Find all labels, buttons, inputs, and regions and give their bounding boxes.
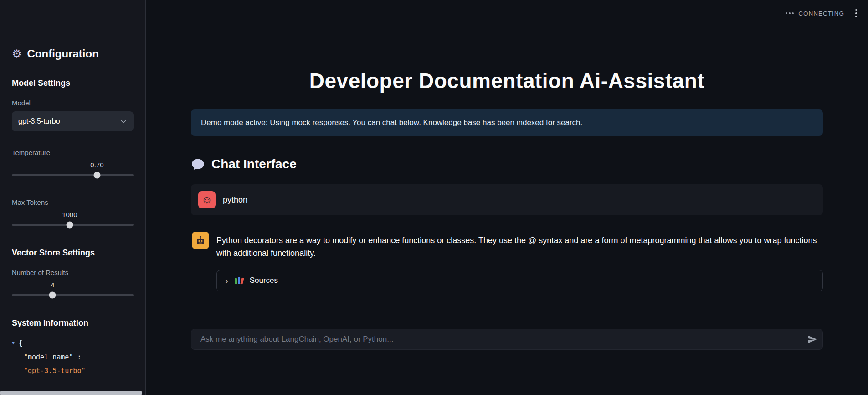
chat-interface-heading-text: Chat Interface	[211, 157, 297, 172]
max-tokens-slider-thumb[interactable]	[66, 222, 73, 229]
configuration-header: ⚙ Configuration	[12, 47, 134, 60]
max-tokens-slider-track[interactable]	[12, 224, 134, 226]
speech-bubble-icon	[191, 158, 205, 171]
chat-message-assistant: Python decorators are a way to modify or…	[191, 232, 823, 260]
sidebar: ⚙ Configuration Model Settings Model gpt…	[0, 0, 146, 395]
json-collapse-icon[interactable]: ▼	[12, 340, 15, 345]
json-open-brace: {	[18, 339, 23, 347]
gear-icon: ⚙	[12, 48, 22, 59]
chat-interface-heading: Chat Interface	[191, 157, 823, 172]
configuration-title: Configuration	[27, 47, 99, 60]
expander-chevron-icon: ›	[225, 276, 228, 285]
model-settings-heading: Model Settings	[12, 78, 134, 88]
json-value-model-name: "gpt-3.5-turbo"	[24, 367, 134, 375]
temperature-label: Temperature	[12, 149, 134, 156]
chevron-down-icon	[120, 118, 127, 125]
main-area: CONNECTING Developer Documentation Ai-As…	[146, 0, 868, 395]
send-icon	[807, 334, 817, 344]
chat-message-user: ☺ python	[191, 184, 823, 215]
model-select-value: gpt-3.5-turbo	[18, 117, 60, 125]
num-results-slider-thumb[interactable]	[49, 292, 56, 299]
robot-icon	[195, 235, 206, 246]
max-tokens-label: Max Tokens	[12, 198, 134, 206]
temperature-slider-thumb[interactable]	[93, 172, 100, 179]
num-results-slider-track[interactable]	[12, 294, 134, 296]
content-column: Developer Documentation Ai-Assistant Dem…	[191, 0, 823, 350]
demo-mode-info-banner: Demo mode active: Using mock responses. …	[191, 109, 823, 136]
sources-expander-label: Sources	[250, 276, 278, 285]
sources-expander[interactable]: › Sources	[216, 270, 823, 291]
max-tokens-slider: 1000	[12, 211, 134, 230]
num-results-label: Number of Results	[12, 269, 134, 276]
system-info-heading: System Information	[12, 318, 134, 328]
model-label: Model	[12, 99, 134, 107]
books-icon	[235, 277, 243, 284]
assistant-avatar	[192, 232, 209, 249]
running-dots-icon	[786, 12, 794, 14]
max-tokens-value: 1000	[62, 211, 77, 218]
topbar: CONNECTING	[786, 7, 859, 19]
user-face-icon: ☺	[201, 194, 213, 205]
chat-input-row	[191, 329, 823, 350]
app-window: ⚙ Configuration Model Settings Model gpt…	[0, 0, 868, 395]
temperature-slider-track[interactable]	[12, 174, 134, 176]
main-menu-kebab-icon[interactable]	[853, 7, 859, 19]
user-message-text: python	[223, 191, 247, 207]
user-avatar: ☺	[198, 191, 216, 208]
system-info-json: ▼ { "model_name" : "gpt-3.5-turbo"	[12, 339, 134, 375]
model-select[interactable]: gpt-3.5-turbo	[12, 111, 134, 131]
num-results-slider: 4	[12, 281, 134, 300]
json-key-model-name: "model_name" :	[24, 353, 134, 361]
assistant-message-text: Python decorators are a way to modify or…	[216, 232, 822, 260]
temperature-slider: 0.70	[12, 161, 134, 180]
num-results-value: 4	[51, 281, 54, 289]
connection-status-text: CONNECTING	[798, 10, 844, 17]
page-title: Developer Documentation Ai-Assistant	[191, 68, 823, 93]
send-button[interactable]	[807, 334, 817, 344]
sidebar-scrollbar[interactable]	[0, 391, 142, 395]
chat-input[interactable]	[191, 329, 823, 350]
connection-status: CONNECTING	[786, 10, 844, 17]
temperature-value: 0.70	[90, 161, 103, 169]
vector-store-heading: Vector Store Settings	[12, 248, 134, 258]
